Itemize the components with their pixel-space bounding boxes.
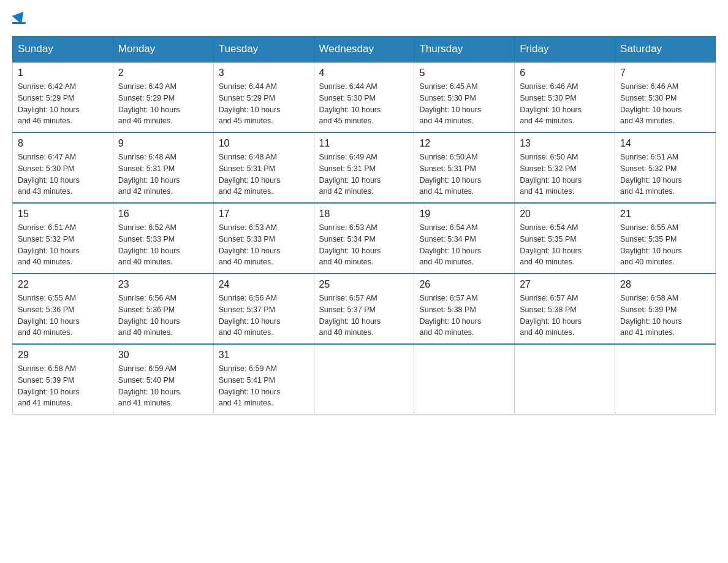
day-of-week-wednesday: Wednesday <box>314 37 414 63</box>
day-info: Sunrise: 6:48 AM Sunset: 5:31 PM Dayligh… <box>118 151 208 197</box>
day-number: 27 <box>520 279 610 290</box>
calendar-cell: 14 Sunrise: 6:51 AM Sunset: 5:32 PM Dayl… <box>615 132 716 203</box>
calendar-cell: 18 Sunrise: 6:53 AM Sunset: 5:34 PM Dayl… <box>314 203 414 274</box>
day-info: Sunrise: 6:43 AM Sunset: 5:29 PM Dayligh… <box>118 81 208 127</box>
calendar-cell: 4 Sunrise: 6:44 AM Sunset: 5:30 PM Dayli… <box>314 62 414 132</box>
calendar-cell <box>414 344 515 415</box>
day-number: 31 <box>219 350 309 361</box>
logo <box>12 12 26 24</box>
day-info: Sunrise: 6:56 AM Sunset: 5:37 PM Dayligh… <box>219 293 309 339</box>
calendar-week-row: 1 Sunrise: 6:42 AM Sunset: 5:29 PM Dayli… <box>13 62 716 132</box>
calendar-cell: 27 Sunrise: 6:57 AM Sunset: 5:38 PM Dayl… <box>515 274 615 344</box>
day-info: Sunrise: 6:49 AM Sunset: 5:31 PM Dayligh… <box>319 151 409 197</box>
calendar-cell: 31 Sunrise: 6:59 AM Sunset: 5:41 PM Dayl… <box>213 344 314 415</box>
day-number: 12 <box>419 138 509 149</box>
day-info: Sunrise: 6:56 AM Sunset: 5:36 PM Dayligh… <box>118 293 208 339</box>
day-info: Sunrise: 6:57 AM Sunset: 5:38 PM Dayligh… <box>419 293 509 339</box>
day-number: 2 <box>118 67 208 79</box>
calendar-cell: 17 Sunrise: 6:53 AM Sunset: 5:33 PM Dayl… <box>213 203 314 274</box>
calendar-cell <box>515 344 615 415</box>
logo-blue-part <box>12 12 26 23</box>
calendar-cell: 28 Sunrise: 6:58 AM Sunset: 5:39 PM Dayl… <box>615 274 716 344</box>
calendar-cell: 11 Sunrise: 6:49 AM Sunset: 5:31 PM Dayl… <box>314 132 414 203</box>
day-info: Sunrise: 6:54 AM Sunset: 5:35 PM Dayligh… <box>520 222 610 268</box>
day-number: 24 <box>219 279 309 290</box>
day-info: Sunrise: 6:55 AM Sunset: 5:35 PM Dayligh… <box>620 222 710 268</box>
day-info: Sunrise: 6:42 AM Sunset: 5:29 PM Dayligh… <box>18 81 108 127</box>
day-number: 8 <box>18 138 108 149</box>
calendar-table: SundayMondayTuesdayWednesdayThursdayFrid… <box>12 36 716 415</box>
day-number: 19 <box>419 209 509 220</box>
calendar-cell: 16 Sunrise: 6:52 AM Sunset: 5:33 PM Dayl… <box>113 203 213 274</box>
day-of-week-thursday: Thursday <box>414 37 515 63</box>
calendar-cell: 12 Sunrise: 6:50 AM Sunset: 5:31 PM Dayl… <box>414 132 515 203</box>
day-number: 21 <box>620 209 710 220</box>
calendar-cell: 22 Sunrise: 6:55 AM Sunset: 5:36 PM Dayl… <box>13 274 113 344</box>
calendar-cell: 8 Sunrise: 6:47 AM Sunset: 5:30 PM Dayli… <box>13 132 113 203</box>
day-number: 5 <box>419 67 509 79</box>
day-number: 20 <box>520 209 610 220</box>
day-number: 30 <box>118 350 208 361</box>
day-of-week-monday: Monday <box>113 37 213 63</box>
day-number: 18 <box>319 209 409 220</box>
calendar-cell: 2 Sunrise: 6:43 AM Sunset: 5:29 PM Dayli… <box>113 62 213 132</box>
day-number: 3 <box>219 67 309 79</box>
day-of-week-friday: Friday <box>515 37 615 63</box>
day-number: 17 <box>219 209 309 220</box>
day-number: 7 <box>620 67 710 79</box>
day-info: Sunrise: 6:53 AM Sunset: 5:34 PM Dayligh… <box>319 222 409 268</box>
calendar-cell: 25 Sunrise: 6:57 AM Sunset: 5:37 PM Dayl… <box>314 274 414 344</box>
day-number: 29 <box>18 350 108 361</box>
page-header <box>12 12 716 24</box>
logo-triangle-icon <box>12 12 28 26</box>
calendar-cell: 9 Sunrise: 6:48 AM Sunset: 5:31 PM Dayli… <box>113 132 213 203</box>
calendar-cell: 6 Sunrise: 6:46 AM Sunset: 5:30 PM Dayli… <box>515 62 615 132</box>
day-info: Sunrise: 6:58 AM Sunset: 5:39 PM Dayligh… <box>620 293 710 339</box>
day-info: Sunrise: 6:58 AM Sunset: 5:39 PM Dayligh… <box>18 363 108 409</box>
day-info: Sunrise: 6:59 AM Sunset: 5:41 PM Dayligh… <box>219 363 309 409</box>
day-number: 11 <box>319 138 409 149</box>
day-number: 13 <box>520 138 610 149</box>
day-number: 15 <box>18 209 108 220</box>
day-of-week-saturday: Saturday <box>615 37 716 63</box>
calendar-cell: 1 Sunrise: 6:42 AM Sunset: 5:29 PM Dayli… <box>13 62 113 132</box>
calendar-week-row: 8 Sunrise: 6:47 AM Sunset: 5:30 PM Dayli… <box>13 132 716 203</box>
calendar-cell: 21 Sunrise: 6:55 AM Sunset: 5:35 PM Dayl… <box>615 203 716 274</box>
day-number: 26 <box>419 279 509 290</box>
day-number: 28 <box>620 279 710 290</box>
day-info: Sunrise: 6:45 AM Sunset: 5:30 PM Dayligh… <box>419 81 509 127</box>
day-info: Sunrise: 6:48 AM Sunset: 5:31 PM Dayligh… <box>219 151 309 197</box>
calendar-cell: 5 Sunrise: 6:45 AM Sunset: 5:30 PM Dayli… <box>414 62 515 132</box>
calendar-cell: 15 Sunrise: 6:51 AM Sunset: 5:32 PM Dayl… <box>13 203 113 274</box>
day-info: Sunrise: 6:46 AM Sunset: 5:30 PM Dayligh… <box>520 81 610 127</box>
day-info: Sunrise: 6:51 AM Sunset: 5:32 PM Dayligh… <box>620 151 710 197</box>
day-info: Sunrise: 6:57 AM Sunset: 5:38 PM Dayligh… <box>520 293 610 339</box>
day-number: 4 <box>319 67 409 79</box>
calendar-week-row: 22 Sunrise: 6:55 AM Sunset: 5:36 PM Dayl… <box>13 274 716 344</box>
day-of-week-tuesday: Tuesday <box>213 37 314 63</box>
calendar-week-row: 29 Sunrise: 6:58 AM Sunset: 5:39 PM Dayl… <box>13 344 716 415</box>
day-number: 9 <box>118 138 208 149</box>
calendar-cell <box>314 344 414 415</box>
day-info: Sunrise: 6:53 AM Sunset: 5:33 PM Dayligh… <box>219 222 309 268</box>
calendar-cell: 24 Sunrise: 6:56 AM Sunset: 5:37 PM Dayl… <box>213 274 314 344</box>
day-info: Sunrise: 6:55 AM Sunset: 5:36 PM Dayligh… <box>18 293 108 339</box>
calendar-cell: 29 Sunrise: 6:58 AM Sunset: 5:39 PM Dayl… <box>13 344 113 415</box>
calendar-cell: 19 Sunrise: 6:54 AM Sunset: 5:34 PM Dayl… <box>414 203 515 274</box>
calendar-cell: 7 Sunrise: 6:46 AM Sunset: 5:30 PM Dayli… <box>615 62 716 132</box>
calendar-cell: 23 Sunrise: 6:56 AM Sunset: 5:36 PM Dayl… <box>113 274 213 344</box>
day-info: Sunrise: 6:51 AM Sunset: 5:32 PM Dayligh… <box>18 222 108 268</box>
day-number: 10 <box>219 138 309 149</box>
day-number: 6 <box>520 67 610 79</box>
day-info: Sunrise: 6:46 AM Sunset: 5:30 PM Dayligh… <box>620 81 710 127</box>
day-info: Sunrise: 6:44 AM Sunset: 5:29 PM Dayligh… <box>219 81 309 127</box>
calendar-header-row: SundayMondayTuesdayWednesdayThursdayFrid… <box>13 37 716 63</box>
day-info: Sunrise: 6:54 AM Sunset: 5:34 PM Dayligh… <box>419 222 509 268</box>
day-info: Sunrise: 6:47 AM Sunset: 5:30 PM Dayligh… <box>18 151 108 197</box>
day-number: 23 <box>118 279 208 290</box>
calendar-cell: 10 Sunrise: 6:48 AM Sunset: 5:31 PM Dayl… <box>213 132 314 203</box>
day-number: 22 <box>18 279 108 290</box>
day-number: 1 <box>18 67 108 79</box>
day-info: Sunrise: 6:50 AM Sunset: 5:31 PM Dayligh… <box>419 151 509 197</box>
day-number: 25 <box>319 279 409 290</box>
